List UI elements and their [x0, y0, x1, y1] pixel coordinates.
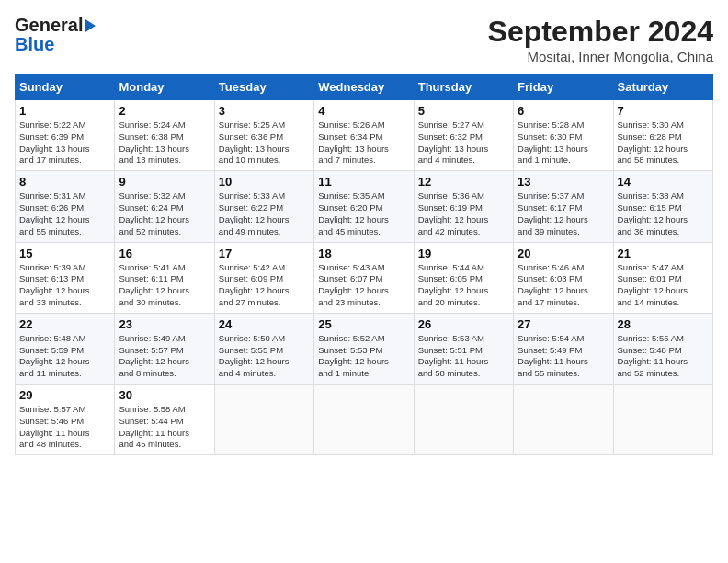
day-number: 11: [318, 175, 409, 189]
day-info: Sunrise: 5:53 AM Sunset: 5:51 PM Dayligh…: [418, 333, 509, 380]
day-number: 15: [19, 247, 110, 260]
day-info: Sunrise: 5:37 AM Sunset: 6:17 PM Dayligh…: [518, 190, 609, 237]
day-info: Sunrise: 5:43 AM Sunset: 6:07 PM Dayligh…: [318, 262, 409, 309]
day-info: Sunrise: 5:28 AM Sunset: 6:30 PM Dayligh…: [518, 120, 609, 167]
day-number: 10: [219, 175, 310, 189]
day-number: 14: [618, 175, 709, 189]
calendar-cell: 4Sunrise: 5:26 AM Sunset: 6:34 PM Daylig…: [314, 100, 414, 171]
day-info: Sunrise: 5:38 AM Sunset: 6:15 PM Dayligh…: [618, 190, 709, 237]
logo: General Blue: [15, 15, 96, 52]
day-number: 27: [518, 317, 609, 331]
day-info: Sunrise: 5:35 AM Sunset: 6:20 PM Dayligh…: [318, 190, 409, 237]
calendar-cell: 3Sunrise: 5:25 AM Sunset: 6:36 PM Daylig…: [214, 100, 313, 171]
col-header-sunday: Sunday: [16, 75, 115, 100]
calendar-cell: 9Sunrise: 5:32 AM Sunset: 6:24 PM Daylig…: [115, 171, 214, 242]
day-info: Sunrise: 5:33 AM Sunset: 6:22 PM Dayligh…: [219, 190, 310, 237]
day-info: Sunrise: 5:25 AM Sunset: 6:36 PM Dayligh…: [219, 120, 310, 167]
calendar-cell: 24Sunrise: 5:50 AM Sunset: 5:55 PM Dayli…: [214, 313, 313, 384]
day-number: 7: [618, 104, 709, 118]
calendar-cell: 12Sunrise: 5:36 AM Sunset: 6:19 PM Dayli…: [414, 171, 513, 242]
calendar-cell: 13Sunrise: 5:37 AM Sunset: 6:17 PM Dayli…: [514, 171, 613, 242]
calendar-cell: [214, 385, 313, 455]
day-number: 13: [518, 175, 609, 189]
day-number: 25: [318, 317, 409, 331]
day-number: 23: [119, 317, 210, 331]
day-info: Sunrise: 5:47 AM Sunset: 6:01 PM Dayligh…: [618, 262, 709, 309]
calendar-cell: 28Sunrise: 5:55 AM Sunset: 5:48 PM Dayli…: [613, 313, 712, 384]
day-info: Sunrise: 5:50 AM Sunset: 5:55 PM Dayligh…: [219, 333, 310, 380]
day-info: Sunrise: 5:44 AM Sunset: 6:05 PM Dayligh…: [418, 262, 509, 309]
title-area: September 2024 Mositai, Inner Mongolia, …: [488, 15, 713, 64]
day-info: Sunrise: 5:22 AM Sunset: 6:39 PM Dayligh…: [19, 120, 110, 167]
day-number: 29: [19, 388, 110, 402]
calendar-cell: 30Sunrise: 5:58 AM Sunset: 5:44 PM Dayli…: [115, 385, 214, 455]
day-number: 5: [418, 104, 509, 118]
day-info: Sunrise: 5:30 AM Sunset: 6:28 PM Dayligh…: [618, 120, 709, 167]
day-number: 9: [119, 175, 210, 189]
day-number: 8: [19, 175, 110, 189]
calendar-table: SundayMondayTuesdayWednesdayThursdayFrid…: [15, 74, 713, 455]
calendar-cell: 17Sunrise: 5:42 AM Sunset: 6:09 PM Dayli…: [214, 242, 313, 313]
day-info: Sunrise: 5:31 AM Sunset: 6:26 PM Dayligh…: [19, 190, 110, 237]
day-info: Sunrise: 5:48 AM Sunset: 5:59 PM Dayligh…: [19, 333, 110, 380]
day-number: 24: [219, 317, 310, 331]
day-info: Sunrise: 5:49 AM Sunset: 5:57 PM Dayligh…: [119, 333, 210, 380]
day-number: 26: [418, 317, 509, 331]
calendar-cell: 5Sunrise: 5:27 AM Sunset: 6:32 PM Daylig…: [414, 100, 513, 171]
day-info: Sunrise: 5:32 AM Sunset: 6:24 PM Dayligh…: [119, 190, 210, 237]
day-number: 6: [518, 104, 609, 118]
day-info: Sunrise: 5:46 AM Sunset: 6:03 PM Dayligh…: [518, 262, 609, 309]
logo-arrow-icon: [85, 19, 96, 32]
location-subtitle: Mositai, Inner Mongolia, China: [488, 49, 713, 64]
day-number: 20: [518, 247, 609, 260]
calendar-cell: 20Sunrise: 5:46 AM Sunset: 6:03 PM Dayli…: [514, 242, 613, 313]
col-header-friday: Friday: [514, 75, 613, 100]
day-info: Sunrise: 5:52 AM Sunset: 5:53 PM Dayligh…: [318, 333, 409, 380]
day-info: Sunrise: 5:57 AM Sunset: 5:46 PM Dayligh…: [19, 404, 110, 451]
day-number: 12: [418, 175, 509, 189]
calendar-cell: 7Sunrise: 5:30 AM Sunset: 6:28 PM Daylig…: [613, 100, 712, 171]
day-number: 18: [318, 247, 409, 260]
calendar-cell: 25Sunrise: 5:52 AM Sunset: 5:53 PM Dayli…: [314, 313, 414, 384]
calendar-cell: 27Sunrise: 5:54 AM Sunset: 5:49 PM Dayli…: [514, 313, 613, 384]
month-title: September 2024: [488, 15, 713, 49]
calendar-cell: 18Sunrise: 5:43 AM Sunset: 6:07 PM Dayli…: [314, 242, 414, 313]
calendar-cell: 6Sunrise: 5:28 AM Sunset: 6:30 PM Daylig…: [514, 100, 613, 171]
calendar-cell: 10Sunrise: 5:33 AM Sunset: 6:22 PM Dayli…: [214, 171, 313, 242]
calendar-cell: 1Sunrise: 5:22 AM Sunset: 6:39 PM Daylig…: [16, 100, 115, 171]
calendar-cell: 16Sunrise: 5:41 AM Sunset: 6:11 PM Dayli…: [115, 242, 214, 313]
day-info: Sunrise: 5:58 AM Sunset: 5:44 PM Dayligh…: [119, 404, 210, 451]
page-header: General Blue September 2024 Mositai, Inn…: [15, 15, 713, 64]
day-info: Sunrise: 5:39 AM Sunset: 6:13 PM Dayligh…: [19, 262, 110, 309]
calendar-cell: [514, 385, 613, 455]
day-number: 4: [318, 104, 409, 118]
col-header-monday: Monday: [115, 75, 214, 100]
col-header-thursday: Thursday: [414, 75, 513, 100]
day-number: 19: [418, 247, 509, 260]
day-info: Sunrise: 5:24 AM Sunset: 6:38 PM Dayligh…: [119, 120, 210, 167]
day-number: 22: [19, 317, 110, 331]
calendar-cell: [314, 385, 414, 455]
calendar-cell: 29Sunrise: 5:57 AM Sunset: 5:46 PM Dayli…: [16, 385, 115, 455]
day-number: 1: [19, 104, 110, 118]
col-header-wednesday: Wednesday: [314, 75, 414, 100]
day-number: 3: [219, 104, 310, 118]
day-number: 2: [119, 104, 210, 118]
calendar-cell: 11Sunrise: 5:35 AM Sunset: 6:20 PM Dayli…: [314, 171, 414, 242]
calendar-cell: 14Sunrise: 5:38 AM Sunset: 6:15 PM Dayli…: [613, 171, 712, 242]
calendar-cell: [613, 385, 712, 455]
calendar-cell: 2Sunrise: 5:24 AM Sunset: 6:38 PM Daylig…: [115, 100, 214, 171]
calendar-cell: 8Sunrise: 5:31 AM Sunset: 6:26 PM Daylig…: [16, 171, 115, 242]
calendar-cell: 19Sunrise: 5:44 AM Sunset: 6:05 PM Dayli…: [414, 242, 513, 313]
day-number: 16: [119, 247, 210, 260]
logo-blue: Blue: [15, 36, 96, 52]
day-info: Sunrise: 5:55 AM Sunset: 5:48 PM Dayligh…: [618, 333, 709, 380]
day-number: 28: [618, 317, 709, 331]
calendar-cell: [414, 385, 513, 455]
day-info: Sunrise: 5:42 AM Sunset: 6:09 PM Dayligh…: [219, 262, 310, 309]
day-number: 17: [219, 247, 310, 260]
day-number: 21: [618, 247, 709, 260]
calendar-cell: 15Sunrise: 5:39 AM Sunset: 6:13 PM Dayli…: [16, 242, 115, 313]
logo-general: General: [15, 15, 83, 36]
col-header-saturday: Saturday: [613, 75, 712, 100]
